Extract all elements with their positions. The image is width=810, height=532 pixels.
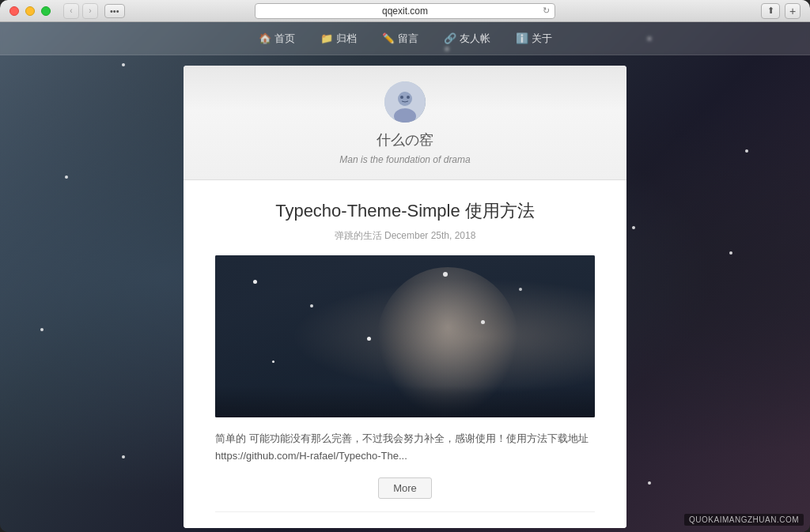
- info-icon: ℹ️: [516, 32, 528, 44]
- nav-archive-label: 归档: [336, 32, 357, 46]
- svg-point-4: [407, 96, 410, 99]
- snow-dot: [367, 337, 371, 341]
- new-tab-button[interactable]: +: [785, 3, 801, 19]
- watermark: QUOKAIMANGZHUAN.COM: [684, 514, 804, 526]
- nav-comments-label: 留言: [398, 32, 418, 46]
- snow-particle: [122, 63, 125, 66]
- link-icon: 🔗: [444, 32, 456, 44]
- site-subtitle: Man is the foundation of drama: [199, 154, 611, 165]
- post-meta: 弹跳的生活 December 25th, 2018: [215, 229, 595, 243]
- site-header: 什么の窑 Man is the foundation of drama: [184, 66, 626, 180]
- avatar-image: [384, 81, 426, 123]
- maximize-button[interactable]: [41, 6, 51, 16]
- url-bar[interactable]: qqexit.com ↻: [255, 3, 555, 19]
- titlebar: ‹ › ••• qqexit.com ↻ ⬆ +: [0, 0, 810, 22]
- nav-archive[interactable]: 📁 归档: [320, 32, 357, 46]
- back-button[interactable]: ‹: [63, 3, 79, 19]
- excerpt-text: 简单的 可能功能没有那么完善，不过我会努力补全，感谢使用！使用方法下载地址 ht…: [215, 432, 589, 462]
- share-button[interactable]: ⬆: [761, 3, 780, 19]
- snow-particle: [729, 251, 732, 255]
- snow-particle: [65, 175, 68, 179]
- snow-dot: [253, 280, 257, 284]
- snow-particle: [648, 481, 651, 485]
- nav-comments[interactable]: ✏️ 留言: [382, 32, 418, 46]
- snow-dot: [481, 320, 485, 324]
- traffic-lights: [9, 6, 51, 16]
- post-image: [215, 255, 595, 417]
- site-navigation: 🏠 首页 📁 归档 ✏️ 留言 🔗 友人帐 ℹ️ 关于: [0, 22, 810, 55]
- nav-about[interactable]: ℹ️ 关于: [516, 32, 552, 46]
- forward-button[interactable]: ›: [82, 3, 98, 19]
- titlebar-actions: ⬆ +: [761, 3, 801, 19]
- more-button[interactable]: More: [378, 477, 432, 499]
- dots-button[interactable]: •••: [104, 4, 125, 18]
- avatar: [384, 81, 426, 123]
- comment-icon: ✏️: [382, 32, 395, 44]
- browser-content: 🏠 首页 📁 归档 ✏️ 留言 🔗 友人帐 ℹ️ 关于: [0, 22, 810, 532]
- post-excerpt: 简单的 可能功能没有那么完善，不过我会努力补全，感谢使用！使用方法下载地址 ht…: [215, 430, 595, 465]
- site-title: 什么の窑: [199, 130, 611, 149]
- url-text: qqexit.com: [382, 6, 428, 17]
- svg-point-1: [398, 92, 412, 106]
- home-icon: 🏠: [259, 32, 271, 44]
- post-title: Typecho-Theme-Simple 使用方法: [215, 199, 595, 223]
- snow-dot: [519, 288, 522, 291]
- url-bar-wrapper: qqexit.com ↻: [255, 3, 555, 19]
- minimize-button[interactable]: [25, 6, 35, 16]
- svg-point-3: [400, 96, 403, 99]
- nav-about-label: 关于: [532, 32, 552, 46]
- close-button[interactable]: [9, 6, 19, 16]
- snow-dot: [310, 304, 313, 308]
- nav-friends-label: 友人帐: [460, 32, 490, 46]
- nav-home[interactable]: 🏠 首页: [259, 32, 295, 46]
- snow-dot: [443, 272, 448, 277]
- content-card: 什么の窑 Man is the foundation of drama Type…: [184, 66, 626, 528]
- refresh-button[interactable]: ↻: [543, 6, 550, 16]
- snow-particle: [122, 455, 125, 458]
- post-divider: [215, 511, 595, 512]
- nav-buttons: ‹ › •••: [63, 3, 125, 19]
- post-area: Typecho-Theme-Simple 使用方法 弹跳的生活 December…: [184, 180, 626, 528]
- browser-window: ‹ › ••• qqexit.com ↻ ⬆ +: [0, 0, 810, 532]
- snow-particle: [632, 226, 635, 229]
- image-gradient: [215, 386, 595, 417]
- nav-home-label: 首页: [274, 32, 295, 46]
- nav-friends[interactable]: 🔗 友人帐: [444, 32, 490, 46]
- archive-icon: 📁: [320, 32, 333, 44]
